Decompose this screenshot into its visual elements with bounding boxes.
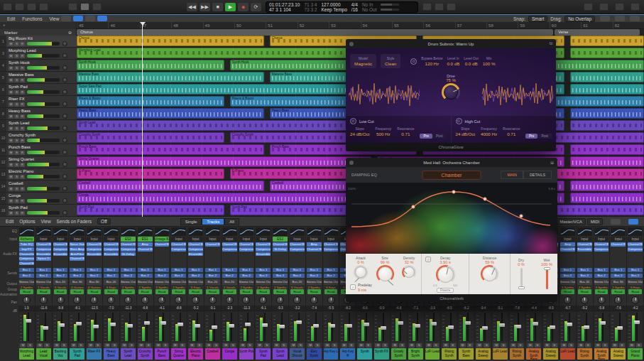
track-s-button[interactable]: S: [14, 211, 19, 215]
fader[interactable]: [272, 311, 288, 343]
fx-slot[interactable]: Channel EQ: [560, 247, 575, 252]
solo-button[interactable]: S: [399, 343, 405, 347]
damping-eq-button[interactable]: DAMPING EQ: [351, 173, 377, 177]
eq-thumbnail[interactable]: [307, 227, 322, 236]
track-s-button[interactable]: S: [14, 90, 19, 95]
region[interactable]: Super Saw Pad: [77, 84, 371, 95]
fx-slot[interactable]: Channel EQ: [222, 242, 237, 247]
fader[interactable]: [103, 311, 119, 343]
region[interactable]: Synth Hook: [77, 60, 224, 70]
fader[interactable]: [187, 311, 204, 343]
fx-slot[interactable]: Channel EQ: [36, 242, 51, 247]
track-m-button[interactable]: M: [9, 199, 13, 203]
track-s-button[interactable]: S: [14, 102, 19, 107]
region[interactable]: Crunchy Synth: [77, 132, 224, 143]
pan-knob[interactable]: [289, 294, 305, 306]
fader[interactable]: [610, 311, 626, 343]
track-header[interactable]: 16Synth PadMSR: [0, 205, 77, 217]
fader[interactable]: [458, 311, 474, 343]
region[interactable]: [570, 193, 644, 203]
library-toggle-icon[interactable]: [3, 3, 12, 11]
decay-sync-icon[interactable]: ♪: [425, 257, 431, 262]
mute-button[interactable]: M: [578, 343, 584, 347]
track-s-button[interactable]: S: [14, 78, 19, 82]
group-slot[interactable]: 6 Keys: [187, 285, 204, 290]
dry-slider[interactable]: Dry0 %: [511, 256, 532, 289]
mute-button[interactable]: M: [37, 343, 43, 347]
volume-slider[interactable]: [27, 163, 60, 166]
track-header[interactable]: 4Synth HookMSR: [0, 60, 77, 72]
distance-knob[interactable]: Distance59 %: [478, 256, 502, 283]
mute-button[interactable]: M: [257, 343, 263, 347]
eq-thumbnail[interactable]: [594, 227, 609, 236]
region[interactable]: Chorus: [77, 36, 264, 46]
input-slot[interactable]: Input: [171, 237, 186, 242]
channel-strip[interactable]: ES2Channel EQCompressorSt-DelayBus 1Bus …: [120, 227, 137, 360]
sends-mode-select[interactable]: Off: [97, 218, 111, 225]
region[interactable]: Synth Lead: [77, 120, 371, 131]
solo-button[interactable]: S: [552, 343, 557, 347]
channel-strip[interactable]: InputChannel EQCompressorBus 1Bus 2Stere…: [170, 227, 187, 360]
pan-knob[interactable]: [36, 294, 52, 306]
fx-slot[interactable]: Amp: [560, 242, 575, 247]
track-m-button[interactable]: M: [9, 54, 13, 58]
pan-knob[interactable]: [306, 294, 322, 306]
send-slot[interactable]: Bus 1: [611, 268, 626, 272]
send-slot[interactable]: Bus 2: [222, 274, 237, 278]
solo-button[interactable]: S: [450, 343, 456, 347]
solo-button[interactable]: S: [27, 343, 33, 347]
eq-thumbnail[interactable]: [628, 227, 643, 236]
send-slot[interactable]: Bus 1: [104, 268, 119, 272]
strip-name[interactable]: Grand Piano: [628, 348, 643, 360]
fx-slot[interactable]: Compressor: [594, 247, 609, 252]
fx-slot[interactable]: Noise Gate: [70, 242, 84, 247]
pan-knob[interactable]: [204, 294, 221, 306]
automation-mode[interactable]: Read: [138, 289, 152, 294]
solo-button[interactable]: S: [332, 343, 337, 347]
fx-slot[interactable]: Channel EQ: [70, 257, 84, 261]
output-slot[interactable]: Stereo Out: [121, 279, 136, 285]
send-slot[interactable]: Bus 1: [239, 268, 254, 272]
region[interactable]: E-Piano: [77, 168, 224, 179]
pan-knob[interactable]: [610, 294, 626, 306]
fx-slot[interactable]: Channel EQ: [104, 242, 119, 247]
fader[interactable]: [306, 311, 322, 343]
model-select[interactable]: ModelMagnetic: [350, 54, 376, 68]
pre-button[interactable]: Pre: [525, 134, 537, 139]
region[interactable]: [570, 156, 644, 167]
automation-mode[interactable]: Read: [104, 289, 118, 294]
group-slot[interactable]: 2 Synths: [170, 285, 187, 290]
input-slot[interactable]: Input: [87, 237, 102, 242]
region[interactable]: [570, 180, 644, 191]
automation-mode[interactable]: Read: [189, 289, 202, 294]
fader-cap[interactable]: [245, 323, 251, 326]
send-slot[interactable]: Bus 1: [19, 268, 34, 272]
fader-cap[interactable]: [127, 324, 133, 328]
pan-knob[interactable]: [62, 186, 67, 191]
send-slot[interactable]: Bus 1: [577, 268, 592, 272]
fx-slot[interactable]: Channel EQ: [155, 242, 170, 247]
pan-knob[interactable]: [627, 294, 643, 306]
mute-button[interactable]: M: [511, 343, 516, 347]
channel-strip[interactable]: ES2Channel EQSt-DelayBus 1Bus 2Stereo Ou…: [272, 227, 289, 360]
group-slot[interactable]: 2 Synths: [306, 285, 322, 290]
automation-mode[interactable]: Read: [54, 289, 67, 294]
mute-button[interactable]: M: [290, 343, 296, 347]
output-slot[interactable]: Stereo Out: [171, 279, 186, 285]
mute-button[interactable]: M: [54, 343, 60, 347]
send-slot[interactable]: Bus 1: [594, 268, 609, 272]
mute-button[interactable]: M: [307, 343, 313, 347]
send-slot[interactable]: Bus 2: [628, 274, 643, 278]
low-cut-slope[interactable]: Slope24 dB/Oct: [350, 126, 370, 136]
strip-name[interactable]: Synth: [357, 348, 372, 360]
fader-cap[interactable]: [482, 326, 488, 330]
strip-name[interactable]: Punch Bass: [155, 348, 170, 360]
track-s-button[interactable]: S: [14, 199, 19, 203]
output-slot[interactable]: Stereo Out: [307, 279, 322, 285]
track-m-button[interactable]: M: [9, 151, 13, 155]
track-m-button[interactable]: M: [9, 114, 13, 119]
fx-slot[interactable]: Compressor: [19, 257, 34, 261]
zoom-h-slider[interactable]: [615, 16, 625, 21]
channel-strip[interactable]: InputAmpChannel EQBus 1Bus 2Stereo Out3 …: [560, 227, 577, 360]
pan-knob[interactable]: [18, 294, 35, 306]
